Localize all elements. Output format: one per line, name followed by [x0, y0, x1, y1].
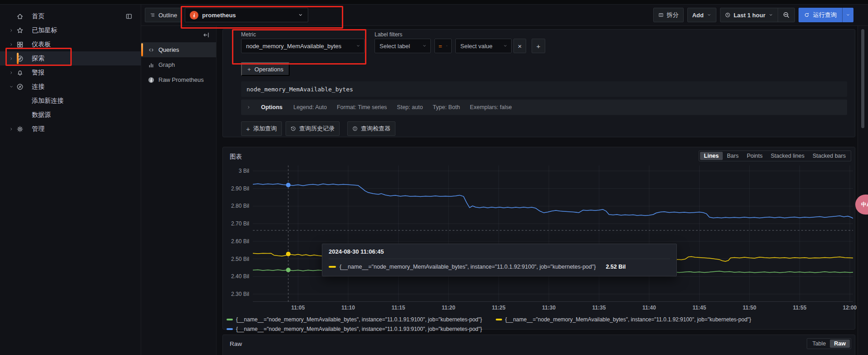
run-query-button[interactable]: 运行查询 [799, 8, 842, 22]
operations-button[interactable]: + Operations [241, 62, 290, 76]
collapse-outline-icon[interactable] [202, 31, 210, 39]
chevron-right-icon [247, 105, 251, 110]
x-axis-tick-label: 11:10 [341, 305, 355, 311]
sidebar-item-label: 警报 [32, 69, 141, 77]
x-axis-tick-label: 11:50 [743, 305, 756, 311]
sidebar-item-label: 数据源 [32, 111, 141, 119]
sidebar-item-label: 探索 [32, 55, 141, 63]
query-option-summary: Exemplars: false [470, 104, 512, 110]
style-option-points[interactable]: Points [743, 152, 767, 160]
outline-button[interactable]: Outline [145, 8, 182, 22]
legend-color-dash [227, 328, 233, 330]
time-series-plot[interactable] [253, 165, 853, 302]
graph-panel: 图表 LinesBarsPointsStacked linesStacked b… [222, 147, 855, 330]
x-axis-tick-label: 12:00 [843, 305, 857, 311]
style-option-stacked-lines[interactable]: Stacked lines [767, 152, 809, 160]
chevron-right-icon[interactable] [6, 127, 16, 131]
plug-icon [16, 83, 24, 90]
zoom-out-button[interactable] [778, 8, 794, 22]
legend-item[interactable]: {__name__="node_memory_MemAvailable_byte… [227, 316, 482, 323]
outline-item-label: Graph [158, 61, 175, 68]
chevron-spacer [6, 14, 16, 19]
code-icon [148, 47, 154, 53]
add-filter-button[interactable]: + [532, 39, 545, 53]
zoom-out-icon [783, 11, 790, 19]
x-axis-tick-label: 11:20 [442, 305, 455, 311]
x-axis-tick-label: 11:45 [692, 305, 706, 311]
sidebar-item-add-new-connection[interactable]: 添加新连接 [0, 94, 141, 108]
query-inspector-button[interactable]: 查询检查器 [347, 121, 395, 136]
clock-icon [725, 12, 730, 18]
metric-select[interactable]: node_memory_MemAvailable_bytes [241, 39, 365, 53]
legend-item[interactable]: {__name__="node_memory_MemAvailable_byte… [227, 326, 482, 332]
operator-select[interactable]: = [434, 39, 452, 53]
chevron-down-icon[interactable] [6, 85, 16, 89]
star-icon [16, 27, 24, 34]
add-button[interactable]: Add [687, 8, 716, 22]
outline-item-graph[interactable]: Graph [141, 57, 216, 72]
query-options-row[interactable]: Options Legend: AutoFormat: Time seriesS… [241, 100, 847, 115]
query-history-button[interactable]: 查询历史记录 [286, 121, 340, 136]
sidebar-item-administration[interactable]: 管理 [0, 122, 141, 136]
chevron-down-icon [298, 12, 303, 18]
sidebar-item-label: 连接 [32, 83, 141, 91]
label-select-placeholder: Select label [380, 43, 419, 50]
style-option-lines[interactable]: Lines [700, 152, 723, 160]
info-icon [352, 126, 358, 131]
run-query-caret-button[interactable] [842, 8, 853, 22]
legend-item[interactable]: {__name__="node_memory_MemAvailable_byte… [496, 316, 751, 323]
active-item-accent [17, 53, 19, 64]
datasource-picker[interactable]: prometheus [185, 8, 308, 22]
sidebar-item-connections[interactable]: 连接 [0, 80, 141, 94]
raw-query-expression[interactable]: node_memory_MemAvailable_bytes [241, 81, 847, 97]
chevron-down-icon [769, 13, 773, 17]
outline-item-queries[interactable]: Queries [141, 42, 216, 57]
apps-icon [16, 41, 24, 48]
style-option-stacked-bars[interactable]: Stacked bars [809, 152, 850, 160]
tooltip-series-label: {__name__="node_memory_MemAvailable_byte… [340, 264, 596, 270]
chevron-right-icon[interactable] [6, 28, 16, 33]
sidebar-item-label: 仪表板 [32, 40, 141, 49]
time-range-label: Last 1 hour [734, 12, 765, 19]
graph-style-toggle: LinesBarsPointsStacked linesStacked bars [699, 150, 851, 161]
bell-icon [16, 69, 24, 76]
value-select[interactable]: Select value [455, 39, 512, 53]
datasource-name: prometheus [202, 12, 294, 19]
sidebar-item-starred[interactable]: 已加星标 [0, 23, 141, 37]
remove-filter-button[interactable]: × [513, 39, 526, 53]
chevron-right-icon[interactable] [6, 42, 16, 47]
chevron-right-icon[interactable] [6, 56, 16, 61]
x-axis-tick-label: 11:25 [492, 305, 505, 311]
chart-tooltip: 2024-08-30 11:06:45 {__name__="node_memo… [322, 244, 677, 276]
outline-item-raw-prometheus[interactable]: Raw Prometheus [141, 72, 216, 87]
legend-series-label: {__name__="node_memory_MemAvailable_byte… [505, 316, 751, 323]
sidebar-item-home[interactable]: 首页 [0, 9, 141, 23]
sidebar-item-alerting[interactable]: 警报 [0, 65, 141, 80]
time-range-button[interactable]: Last 1 hour [720, 8, 778, 22]
scrollbar-thumb[interactable] [861, 29, 864, 128]
raw-view-toggle: TableRaw [807, 338, 851, 349]
style-option-bars[interactable]: Bars [723, 152, 743, 160]
chevron-down-icon [446, 44, 448, 48]
raw-panel: Raw TableRaw [222, 335, 855, 355]
add-query-button[interactable]: + 添加查询 [241, 121, 282, 136]
prometheus-logo-icon [190, 11, 198, 20]
raw-option-raw[interactable]: Raw [830, 340, 850, 348]
x-axis-tick-label: 11:40 [642, 305, 656, 311]
sidebar-item-data-sources[interactable]: 数据源 [0, 108, 141, 122]
chart-canvas [253, 165, 853, 302]
x-icon: × [518, 42, 522, 50]
add-label: Add [692, 12, 704, 19]
query-option-summary: Type: Both [433, 104, 460, 110]
dock-menu-icon[interactable] [125, 13, 133, 20]
sidebar-item-explore[interactable]: 探索 [0, 51, 141, 65]
split-button[interactable]: 拆分 [653, 8, 684, 22]
label-select[interactable]: Select label [375, 39, 431, 53]
y-axis-tick-label: 2.90 Bil [224, 185, 249, 192]
sidebar-item-dashboards[interactable]: 仪表板 [0, 37, 141, 51]
raw-option-table[interactable]: Table [808, 340, 830, 348]
chart-legend: {__name__="node_memory_MemAvailable_byte… [227, 316, 851, 332]
chevron-down-icon [503, 44, 508, 48]
gear-icon [16, 125, 24, 133]
chevron-right-icon[interactable] [6, 70, 16, 75]
